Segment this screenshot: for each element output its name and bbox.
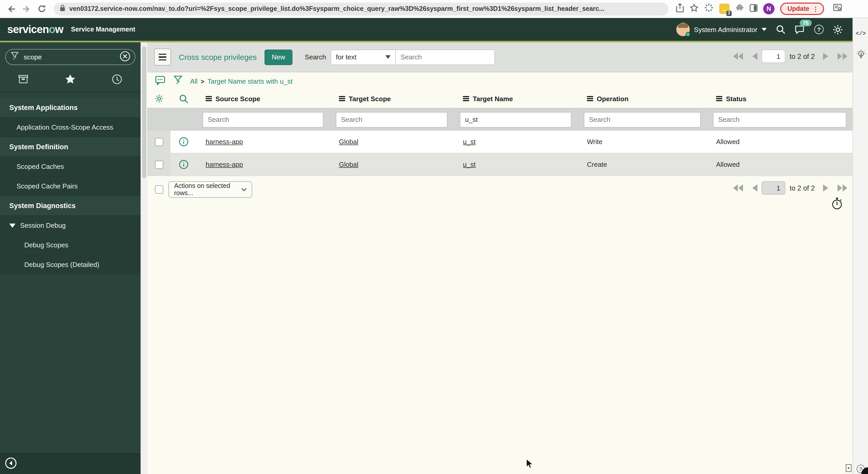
back-icon[interactable]	[5, 3, 17, 14]
select-all-checkbox[interactable]	[155, 185, 163, 194]
cell-target-scope[interactable]: Global	[339, 138, 358, 146]
reading-list-icon[interactable]	[833, 3, 842, 14]
idea-lightbulb-icon[interactable]	[853, 49, 868, 60]
list-chat-icon[interactable]	[155, 75, 166, 88]
tab-all-applications[interactable]	[13, 72, 34, 86]
clear-filter-icon[interactable]	[119, 50, 131, 64]
column-header-target-scope[interactable]: Target Scope	[330, 95, 454, 102]
forward-icon[interactable]	[21, 3, 32, 14]
column-menu-icon[interactable]	[206, 96, 212, 101]
list-search-input[interactable]	[396, 49, 495, 65]
filter-target-name-input[interactable]	[460, 112, 571, 127]
share-icon[interactable]	[676, 3, 684, 14]
last-page-icon[interactable]	[837, 53, 847, 60]
filter-status-input[interactable]	[713, 112, 846, 127]
column-menu-icon[interactable]	[587, 96, 593, 101]
new-button[interactable]: New	[265, 49, 292, 65]
row-info-icon[interactable]	[170, 154, 196, 175]
sidebar-scrollbar[interactable]	[141, 42, 147, 474]
filter-target-scope-input[interactable]	[336, 112, 447, 127]
page-number-input[interactable]	[762, 181, 785, 195]
sidebar-item-scoped-cache-pairs[interactable]: Scoped Cache Pairs	[0, 177, 141, 196]
response-time-icon[interactable]	[831, 197, 843, 212]
breadcrumb-filter-link[interactable]: Target Name starts with u_st	[208, 77, 292, 85]
column-header-status[interactable]: Status	[707, 95, 852, 102]
extensions-puzzle-icon[interactable]	[735, 3, 744, 14]
first-page-icon[interactable]	[733, 53, 743, 60]
search-type-select[interactable]: for text	[331, 49, 396, 65]
resize-grip-icon[interactable]	[846, 464, 851, 472]
url-bar[interactable]: ven03172.service-now.com/nav_to.do?uri=%…	[54, 2, 669, 15]
actions-select[interactable]: Actions on selected rows...	[168, 181, 252, 198]
page-number-input[interactable]	[762, 49, 785, 63]
tab-favorites[interactable]	[60, 72, 81, 86]
last-page-icon[interactable]	[837, 184, 847, 192]
cell-source-scope[interactable]: harness-app	[206, 138, 243, 146]
filter-navigator[interactable]	[5, 49, 135, 65]
column-header-operation[interactable]: Operation	[578, 95, 707, 102]
cell-source-scope[interactable]: harness-app	[206, 161, 243, 168]
servicenow-logo[interactable]: servicenow	[7, 23, 63, 36]
sidebar-item-label: System Definition	[9, 143, 68, 151]
row-range-label: to 2 of 2	[789, 53, 815, 60]
filter-navigator-input[interactable]	[23, 53, 115, 62]
prev-page-icon[interactable]	[752, 53, 757, 60]
row-checkbox[interactable]	[155, 138, 163, 146]
sidebar-item-debug-scopes-detailed[interactable]: Debug Scopes (Detailed)	[0, 255, 141, 275]
column-menu-icon[interactable]	[463, 96, 469, 101]
column-header-source-scope[interactable]: Source Scope	[196, 95, 330, 102]
first-page-icon[interactable]	[733, 184, 743, 192]
lock-icon	[60, 4, 65, 13]
cell-target-scope[interactable]: Global	[339, 161, 358, 168]
update-button[interactable]: Update ⋮	[780, 3, 824, 15]
sidebar-item-debug-scopes[interactable]: Debug Scopes	[0, 235, 141, 255]
list-personalize-gear-icon[interactable]	[147, 94, 170, 103]
row-checkbox[interactable]	[155, 160, 163, 169]
sidebar-item-label: System Diagnostics	[9, 202, 76, 210]
filter-source-scope-input[interactable]	[203, 112, 323, 127]
sidebar-item-session-debug[interactable]: Session Debug	[0, 216, 141, 235]
breadcrumb-all-link[interactable]: All	[190, 77, 197, 85]
collapse-sidebar-icon[interactable]	[5, 457, 17, 471]
settings-gear-icon[interactable]	[832, 24, 843, 35]
conversations-icon[interactable]: 75	[795, 25, 805, 34]
list-title[interactable]: Cross scope privileges	[179, 53, 257, 62]
sidebar-item-scoped-caches[interactable]: Scoped Caches	[0, 157, 141, 177]
filter-operation-input[interactable]	[584, 112, 701, 127]
sidebar-item-application-cross-scope-access[interactable]: Application Cross-Scope Access	[0, 118, 141, 137]
row-info-icon[interactable]	[170, 131, 196, 153]
list-menu-button[interactable]	[154, 48, 171, 66]
bookmark-star-icon[interactable]	[690, 3, 699, 14]
sidebar-item-system-applications[interactable]: System Applications	[0, 98, 141, 118]
browser-profile-avatar[interactable]: N	[763, 3, 774, 14]
column-label: Target Scope	[349, 95, 391, 102]
next-page-icon[interactable]	[823, 184, 829, 192]
chevron-down-icon	[241, 188, 246, 192]
code-panel-icon[interactable]: </>	[853, 30, 868, 37]
sidebar-item-system-diagnostics[interactable]: System Diagnostics	[0, 196, 141, 216]
scrollbar-thumb[interactable]	[142, 46, 146, 178]
filter-funnel-icon[interactable]	[174, 75, 182, 87]
extension-yellow-icon[interactable]: ... 3	[719, 4, 730, 14]
user-menu[interactable]: System Administrator	[676, 23, 767, 36]
column-header-row: Source Scope Target Scope Target Name Op…	[147, 89, 852, 108]
prev-page-icon[interactable]	[752, 184, 757, 192]
browser-menu-icon[interactable]: ⋮	[812, 5, 819, 13]
extension-spinner-icon[interactable]	[704, 3, 714, 14]
column-search-toggle-icon[interactable]	[170, 94, 196, 104]
global-search-icon[interactable]	[776, 24, 786, 35]
cell-status: Allowed	[716, 161, 740, 168]
table-row: harness-app Global u_st Write Allowed	[147, 131, 852, 154]
cell-target-name[interactable]: u_st	[463, 161, 475, 168]
column-menu-icon[interactable]	[716, 96, 722, 101]
sidebar-item-system-definition[interactable]: System Definition	[0, 137, 141, 157]
next-page-icon[interactable]	[823, 53, 829, 60]
column-header-target-name[interactable]: Target Name	[454, 95, 578, 102]
cell-target-name[interactable]: u_st	[463, 138, 475, 146]
column-menu-icon[interactable]	[339, 96, 345, 101]
refresh-icon[interactable]	[36, 3, 48, 14]
user-avatar	[676, 23, 690, 36]
split-screen-icon[interactable]	[750, 4, 757, 14]
help-icon[interactable]: ?	[814, 25, 824, 34]
tab-history[interactable]	[107, 72, 127, 86]
